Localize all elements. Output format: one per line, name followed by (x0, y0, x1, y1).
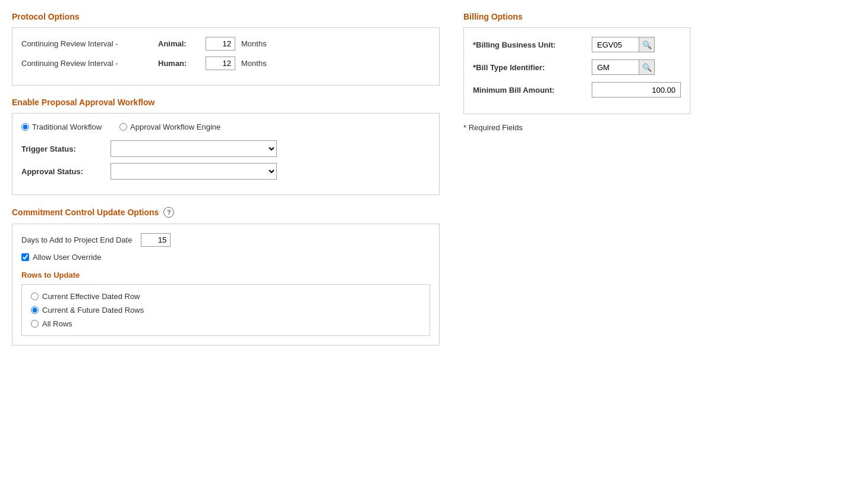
days-input[interactable] (141, 233, 171, 247)
rows-to-update-box: Current Effective Dated Row Current & Fu… (21, 284, 430, 336)
trigger-status-row: Trigger Status: (21, 140, 430, 157)
billing-options-title: Billing Options (463, 12, 690, 21)
approval-engine-label: Approval Workflow Engine (130, 122, 220, 131)
human-interval-input[interactable] (206, 56, 235, 70)
all-rows-label: All Rows (42, 319, 72, 328)
current-future-rows-option[interactable]: Current & Future Dated Rows (31, 306, 421, 315)
bill-type-input[interactable] (592, 59, 639, 75)
min-bill-amount-input[interactable] (592, 82, 681, 98)
traditional-workflow-label: Traditional Workflow (32, 122, 102, 131)
all-rows-radio[interactable] (31, 320, 39, 328)
commitment-box: Days to Add to Project End Date Allow Us… (12, 224, 440, 345)
bill-type-input-group: 🔍 (592, 59, 655, 75)
billing-business-unit-input[interactable] (592, 37, 639, 52)
protocol-options-box: Continuing Review Interval - Animal: Mon… (12, 27, 440, 86)
workflow-radio-row: Traditional Workflow Approval Workflow E… (21, 122, 430, 131)
trigger-status-label: Trigger Status: (21, 144, 105, 153)
animal-unit: Months (241, 39, 267, 48)
billing-business-unit-row: *Billing Business Unit: 🔍 (473, 37, 681, 52)
billing-business-unit-input-group: 🔍 (592, 37, 655, 52)
human-sublabel: Human: (158, 59, 200, 68)
animal-review-row: Continuing Review Interval - Animal: Mon… (21, 37, 430, 51)
rows-to-update-section: Rows to Update Current Effective Dated R… (21, 271, 430, 336)
workflow-title: Enable Proposal Approval Workflow (12, 98, 440, 107)
animal-sublabel: Animal: (158, 39, 200, 48)
rows-to-update-title: Rows to Update (21, 271, 430, 279)
current-effective-row-radio[interactable] (31, 293, 39, 300)
required-fields-note: * Required Fields (463, 123, 690, 132)
billing-box: *Billing Business Unit: 🔍 *Bill Type Ide… (463, 27, 690, 114)
bill-type-label: *Bill Type Identifier: (473, 63, 592, 72)
approval-status-label: Approval Status: (21, 167, 105, 176)
days-row: Days to Add to Project End Date (21, 233, 430, 247)
current-effective-row-label: Current Effective Dated Row (42, 292, 140, 301)
traditional-workflow-radio[interactable] (21, 123, 29, 131)
help-icon[interactable]: ? (163, 207, 174, 218)
bill-type-row: *Bill Type Identifier: 🔍 (473, 59, 681, 75)
protocol-options-title: Protocol Options (12, 12, 440, 21)
animal-interval-input[interactable] (206, 37, 235, 51)
traditional-workflow-option[interactable]: Traditional Workflow (21, 122, 102, 131)
approval-engine-option[interactable]: Approval Workflow Engine (119, 122, 220, 131)
min-bill-amount-label: Minimum Bill Amount: (473, 86, 592, 95)
billing-business-unit-label: *Billing Business Unit: (473, 40, 592, 49)
animal-review-label: Continuing Review Interval - (21, 39, 152, 48)
approval-status-row: Approval Status: (21, 163, 430, 180)
current-future-rows-label: Current & Future Dated Rows (42, 306, 144, 315)
approval-status-select[interactable] (111, 163, 277, 180)
right-column: Billing Options *Billing Business Unit: … (463, 12, 690, 132)
protocol-options-section: Protocol Options Continuing Review Inter… (12, 12, 440, 86)
human-unit: Months (241, 59, 267, 68)
allow-override-checkbox[interactable] (21, 253, 29, 261)
approval-engine-radio[interactable] (119, 123, 127, 131)
commitment-control-title: Commitment Control Update Options (12, 208, 159, 217)
workflow-section: Enable Proposal Approval Workflow Tradit… (12, 98, 440, 195)
min-bill-amount-row: Minimum Bill Amount: (473, 82, 681, 98)
allow-override-label: Allow User Override (33, 253, 102, 262)
billing-business-unit-search-btn[interactable]: 🔍 (639, 37, 655, 52)
days-label: Days to Add to Project End Date (21, 235, 132, 244)
commitment-title-row: Commitment Control Update Options ? (12, 207, 440, 218)
current-future-rows-radio[interactable] (31, 306, 39, 314)
all-rows-option[interactable]: All Rows (31, 319, 421, 328)
trigger-status-select[interactable] (111, 140, 277, 157)
commitment-control-section: Commitment Control Update Options ? Days… (12, 207, 440, 345)
bill-type-search-btn[interactable]: 🔍 (639, 59, 655, 75)
human-review-label: Continuing Review Interval - (21, 59, 152, 68)
billing-options-section: Billing Options *Billing Business Unit: … (463, 12, 690, 132)
human-review-row: Continuing Review Interval - Human: Mont… (21, 56, 430, 70)
current-effective-row-option[interactable]: Current Effective Dated Row (31, 292, 421, 301)
allow-override-row: Allow User Override (21, 253, 430, 262)
workflow-box: Traditional Workflow Approval Workflow E… (12, 113, 440, 195)
